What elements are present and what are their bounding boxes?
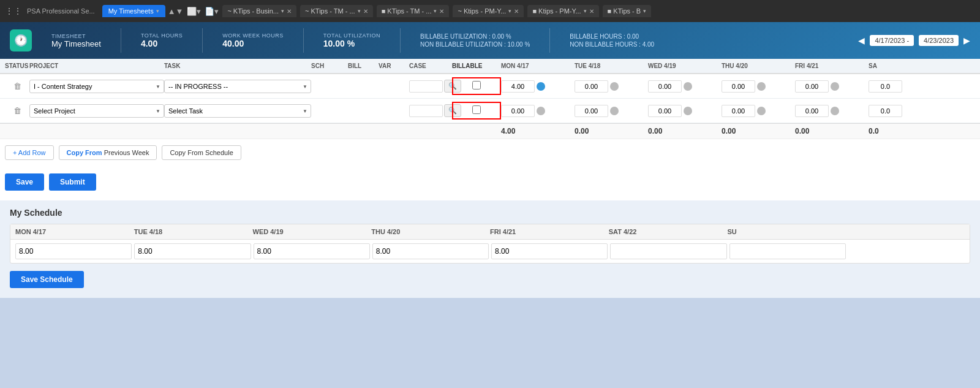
thu-input-2[interactable] <box>722 105 755 117</box>
gray-dot-thu-2 <box>757 107 766 115</box>
sat-input-1[interactable] <box>869 80 902 93</box>
sched-sun-input[interactable] <box>729 243 846 259</box>
gray-dot-mon-2 <box>537 107 545 115</box>
billable-cell-2[interactable] <box>452 102 501 120</box>
comment-icon-1 <box>537 82 545 91</box>
tab-close-icon[interactable]: ✕ <box>514 8 519 15</box>
mon-input-1[interactable] <box>501 80 535 93</box>
wed-cell-2[interactable] <box>648 105 722 117</box>
task-cell-2[interactable]: Select Task <box>164 104 311 118</box>
tab-ktips-busin[interactable]: ~ KTips - Busin... ▾ ✕ <box>222 5 296 17</box>
thu-cell-2[interactable] <box>722 105 795 117</box>
project-cell-1[interactable]: I - Content Strategy <box>29 80 164 93</box>
table-row: 🗑 I - Content Strategy -- IN PROGRESS -- <box>0 74 980 99</box>
save-schedule-button[interactable]: Save Schedule <box>10 271 84 288</box>
case-input-2[interactable] <box>409 105 443 117</box>
tab-close-icon[interactable]: ✕ <box>589 8 594 15</box>
tab-ktips-b[interactable]: ■ KTips - B ▾ <box>603 5 652 17</box>
col-mon: MON 4/17 <box>501 63 575 69</box>
fri-cell-2[interactable] <box>795 105 869 117</box>
task-select-2[interactable]: Select Task <box>164 104 311 118</box>
next-week-arrow[interactable]: ▶ <box>963 36 970 45</box>
project-select-2[interactable]: Select Project <box>29 104 164 118</box>
copy-previous-week-button[interactable]: Copy From Previous Week <box>59 145 157 160</box>
col-task: TASK <box>164 63 311 69</box>
total-wed: 0.00 <box>648 127 722 135</box>
tue-input-1[interactable] <box>575 80 608 93</box>
sched-fri-input[interactable] <box>491 243 608 259</box>
tab-label: ~ Ktips - PM-Y... <box>458 7 506 15</box>
divider-1 <box>121 28 121 53</box>
total-sat: 0.0 <box>869 127 918 135</box>
wed-input-1[interactable] <box>648 80 682 93</box>
col-sat: SA <box>869 63 918 69</box>
wed-cell-1[interactable] <box>648 80 722 93</box>
sat-cell-1[interactable] <box>869 80 918 93</box>
billable-check-2[interactable] <box>472 105 481 114</box>
sched-thu-input[interactable] <box>372 243 489 259</box>
table-row: 🗑 Select Project Select Task <box>0 99 980 123</box>
mon-cell-2[interactable] <box>501 105 575 117</box>
action-bar: + Add Row Copy From Previous Week Copy F… <box>0 139 980 166</box>
tab-ktips-pm-2[interactable]: ■ Ktips - PM-Y... ▾ ✕ <box>527 5 598 17</box>
prev-week-arrow[interactable]: ◀ <box>858 36 865 45</box>
sched-col-sun: SU <box>728 228 846 235</box>
task-cell-1[interactable]: -- IN PROGRESS -- <box>164 80 311 93</box>
sched-mon-input[interactable] <box>15 243 132 259</box>
delete-row-2-icon[interactable]: 🗑 <box>5 106 29 115</box>
billable-cell-1[interactable] <box>452 77 501 95</box>
sched-wed-input[interactable] <box>254 243 370 259</box>
sched-tue-input[interactable] <box>134 243 251 259</box>
date-range-end: 4/23/2023 <box>919 35 959 46</box>
copy-previous-label: Previous Week <box>104 149 149 156</box>
schedule-title: My Schedule <box>10 208 970 218</box>
case-cell-2[interactable]: 🔍 <box>409 104 452 117</box>
task-select-1[interactable]: -- IN PROGRESS -- <box>164 80 311 93</box>
fri-input-2[interactable] <box>795 105 829 117</box>
util-detail-group: BILLABLE UTILIZATION : 0.00 % NON BILLAB… <box>420 33 530 48</box>
sat-cell-2[interactable] <box>869 105 918 117</box>
tab-ktips-tm-1[interactable]: ~ KTips - TM - ... ▾ ✕ <box>300 5 373 17</box>
tab-close-icon[interactable]: ✕ <box>363 8 368 15</box>
project-select-1[interactable]: I - Content Strategy <box>29 80 164 93</box>
save-button[interactable]: Save <box>5 173 44 191</box>
tue-cell-2[interactable] <box>575 105 648 117</box>
total-hours-value: 4.00 <box>141 39 183 48</box>
save-bar: Save Submit <box>0 166 980 198</box>
tab-ktips-tm-2[interactable]: ■ KTips - TM - ... ▾ ✕ <box>377 5 450 17</box>
submit-button[interactable]: Submit <box>49 173 96 191</box>
delete-row-1-icon[interactable]: 🗑 <box>5 82 29 91</box>
copy-from-schedule-button[interactable]: Copy From Schedule <box>162 145 241 160</box>
active-tab[interactable]: My Timesheets ▾ <box>102 5 165 17</box>
tab-close-icon[interactable]: ✕ <box>439 8 444 15</box>
fri-input-1[interactable] <box>795 80 829 93</box>
fri-cell-1[interactable] <box>795 80 869 93</box>
project-cell-2[interactable]: Select Project <box>29 104 164 118</box>
tab-label: ■ KTips - B <box>608 7 641 15</box>
tab-close-icon[interactable]: ✕ <box>287 8 292 15</box>
col-fri: FRI 4/21 <box>795 63 869 69</box>
case-input-1[interactable] <box>409 80 443 93</box>
total-util-group: TOTAL UTILIZATION 10.00 % <box>323 32 380 48</box>
thu-input-1[interactable] <box>722 80 755 93</box>
sched-sat-input[interactable] <box>610 243 726 259</box>
add-row-button[interactable]: + Add Row <box>5 145 54 160</box>
work-week-label: WORK WEEK HOURS <box>222 32 284 39</box>
tue-input-2[interactable] <box>575 105 608 117</box>
schedule-section: My Schedule MON 4/17 TUE 4/18 WED 4/19 T… <box>0 200 980 298</box>
schedule-grid: MON 4/17 TUE 4/18 WED 4/19 THU 4/20 FRI … <box>10 224 970 264</box>
wed-input-2[interactable] <box>648 105 682 117</box>
tab-ktips-pm-1[interactable]: ~ Ktips - PM-Y... ▾ ✕ <box>453 5 524 17</box>
thu-cell-1[interactable] <box>722 80 795 93</box>
tue-cell-1[interactable] <box>575 80 648 93</box>
billable-check-1[interactable] <box>472 81 481 89</box>
mon-input-2[interactable] <box>501 105 535 117</box>
mon-cell-1[interactable] <box>501 80 575 93</box>
grid-icon: ⋮⋮ <box>5 6 22 16</box>
billable-hours-group: BILLABLE HOURS : 0.00 NON BILLABLE HOURS… <box>570 33 654 48</box>
sat-input-2[interactable] <box>869 105 902 117</box>
case-cell-1[interactable]: 🔍 <box>409 80 452 93</box>
gray-dot-wed-1 <box>684 82 692 91</box>
nav-icons: ▲▼ ⬜▾ 📄▾ <box>168 7 219 16</box>
sched-col-mon: MON 4/17 <box>15 228 134 235</box>
